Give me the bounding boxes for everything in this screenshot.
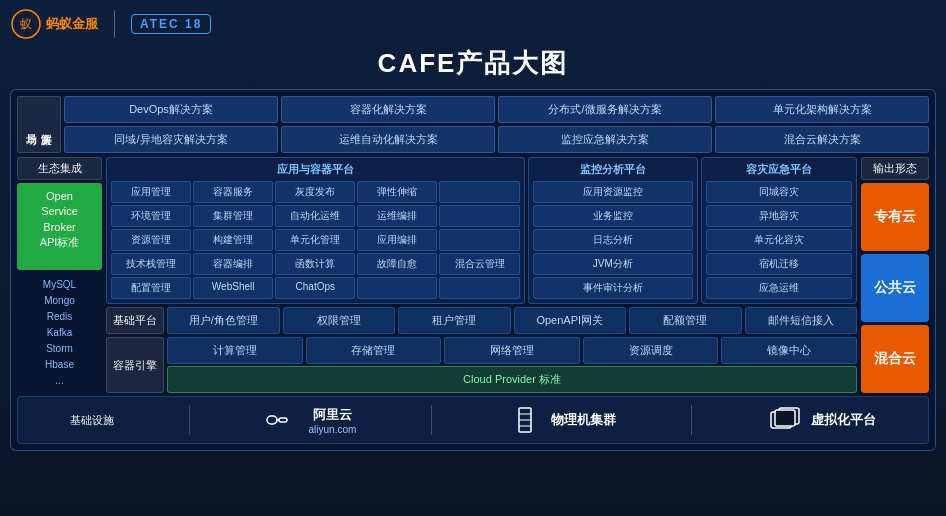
foundation-item-5: 配额管理 — [629, 307, 742, 334]
monitor-platform-title: 监控分析平台 — [533, 162, 694, 177]
infra-physical: 物理机集群 — [507, 406, 616, 434]
ant-text: 蚂蚁金服 — [46, 15, 98, 33]
container-items: 计算管理 存储管理 网络管理 资源调度 镜像中心 — [167, 337, 857, 364]
ant-logo: 蚁 蚂蚁金服 — [10, 8, 98, 40]
ecosystem-green-box: OpenServiceBrokerAPI标准 — [17, 183, 102, 270]
monitor-item-1: 应用资源监控 — [533, 181, 694, 203]
app-cell-23: ChatOps — [275, 277, 355, 299]
app-cell-5 — [439, 181, 519, 203]
sol-item-microservice: 分布式/微服务解决方案 — [498, 96, 712, 123]
container-item-4: 资源调度 — [583, 337, 719, 364]
monitor-platform: 监控分析平台 应用资源监控 业务监控 日志分析 JVM分析 事件审计分析 — [528, 157, 699, 304]
app-cell-1: 应用管理 — [111, 181, 191, 203]
sol-item-dr: 同域/异地容灾解决方案 — [64, 126, 278, 153]
eco-db-list: MySQLMongoRedisKafkaStormHbase... — [17, 273, 102, 393]
foundation-item-3: 租户管理 — [398, 307, 511, 334]
infra-aliyun-text: 阿里云 aliyun.com — [309, 406, 357, 435]
infra-virtual-name: 虚拟化平台 — [811, 411, 876, 429]
container-row: 容器引擎 计算管理 存储管理 网络管理 资源调度 镜像中心 Cloud Prov… — [106, 337, 857, 393]
container-col: 计算管理 存储管理 网络管理 资源调度 镜像中心 Cloud Provider … — [167, 337, 857, 393]
app-cell-4: 弹性伸缩 — [357, 181, 437, 203]
infra-virtual: 虚拟化平台 — [767, 406, 876, 434]
app-cell-24 — [357, 277, 437, 299]
monitor-item-4: JVM分析 — [533, 253, 694, 275]
app-cell-6: 环境管理 — [111, 205, 191, 227]
main-diagram: 解决方案与场景 DevOps解决方案 容器化解决方案 分布式/微服务解决方案 单… — [10, 89, 936, 451]
output-col: 输出形态 专有云 公共云 混合云 — [861, 157, 929, 393]
server-icon — [507, 406, 543, 434]
ecosystem-col: 生态集成 OpenServiceBrokerAPI标准 MySQLMongoRe… — [17, 157, 102, 393]
page-title: CAFE产品大图 — [10, 46, 936, 81]
solutions-row: 解决方案与场景 DevOps解决方案 容器化解决方案 分布式/微服务解决方案 单… — [17, 96, 929, 153]
output-public-cloud: 公共云 — [861, 254, 929, 322]
app-grid: 应用管理 容器服务 灰度发布 弹性伸缩 环境管理 集群管理 自动化运维 运维编排… — [111, 181, 520, 299]
output-label: 输出形态 — [861, 157, 929, 180]
container-item-2: 存储管理 — [306, 337, 442, 364]
atec-badge: ATEC 18 — [131, 14, 211, 34]
emergency-item-3: 单元化容灾 — [706, 229, 852, 251]
emergency-grid: 同城容灾 异地容灾 单元化容灾 宿机迁移 应急运维 — [706, 181, 852, 299]
app-cell-11: 资源管理 — [111, 229, 191, 251]
app-cell-14: 应用编排 — [357, 229, 437, 251]
center-platforms: 应用与容器平台 应用管理 容器服务 灰度发布 弹性伸缩 环境管理 集群管理 自动… — [106, 157, 857, 393]
infra-physical-name: 物理机集群 — [551, 411, 616, 429]
infra-divider-1 — [189, 405, 190, 435]
open-service-text: OpenServiceBrokerAPI标准 — [20, 189, 99, 251]
app-cell-21: 配置管理 — [111, 277, 191, 299]
output-private-cloud: 专有云 — [861, 183, 929, 251]
foundation-item-6: 邮件短信接入 — [745, 307, 858, 334]
solutions-grid: DevOps解决方案 容器化解决方案 分布式/微服务解决方案 单元化架构解决方案… — [64, 96, 929, 153]
infra-aliyun-name: 阿里云 — [313, 406, 352, 424]
emergency-item-4: 宿机迁移 — [706, 253, 852, 275]
app-cell-10 — [439, 205, 519, 227]
app-cell-19: 故障自愈 — [357, 253, 437, 275]
three-platform-row: 应用与容器平台 应用管理 容器服务 灰度发布 弹性伸缩 环境管理 集群管理 自动… — [106, 157, 857, 304]
ant-logo-icon: 蚁 — [10, 8, 42, 40]
infra-aliyun: 阿里云 aliyun.com — [265, 406, 357, 435]
cloud-provider-bar: Cloud Provider 标准 — [167, 366, 857, 393]
infra-virtual-text: 虚拟化平台 — [811, 411, 876, 429]
emergency-platform: 容灾应急平台 同城容灾 异地容灾 单元化容灾 宿机迁移 应急运维 — [701, 157, 857, 304]
foundation-item-1: 用户/角色管理 — [167, 307, 280, 334]
page-wrapper: 蚁 蚂蚁金服 ATEC 18 CAFE产品大图 解决方案与场景 DevOps解决… — [0, 0, 946, 516]
container-item-3: 网络管理 — [444, 337, 580, 364]
svg-text:蚁: 蚁 — [20, 17, 32, 31]
app-cell-15 — [439, 229, 519, 251]
infra-aliyun-sub: aliyun.com — [309, 424, 357, 435]
monitor-grid: 应用资源监控 业务监控 日志分析 JVM分析 事件审计分析 — [533, 181, 694, 299]
app-cell-16: 技术栈管理 — [111, 253, 191, 275]
svg-rect-2 — [267, 416, 277, 424]
foundation-item-4: OpenAPI网关 — [514, 307, 627, 334]
foundation-item-2: 权限管理 — [283, 307, 396, 334]
emergency-item-2: 异地容灾 — [706, 205, 852, 227]
sol-item-devops: DevOps解决方案 — [64, 96, 278, 123]
infra-divider-2 — [431, 405, 432, 435]
app-cell-13: 单元化管理 — [275, 229, 355, 251]
sol-item-ops: 运维自动化解决方案 — [281, 126, 495, 153]
infra-label: 基础设施 — [70, 413, 114, 428]
monitor-item-5: 事件审计分析 — [533, 277, 694, 299]
container-item-1: 计算管理 — [167, 337, 303, 364]
emergency-item-1: 同城容灾 — [706, 181, 852, 203]
output-hybrid-cloud: 混合云 — [861, 325, 929, 393]
app-cell-8: 自动化运维 — [275, 205, 355, 227]
sol-item-hybrid: 混合云解决方案 — [715, 126, 929, 153]
logo-divider — [114, 10, 115, 38]
aliyun-icon — [265, 408, 301, 432]
sol-item-unit: 单元化架构解决方案 — [715, 96, 929, 123]
app-platform: 应用与容器平台 应用管理 容器服务 灰度发布 弹性伸缩 环境管理 集群管理 自动… — [106, 157, 525, 304]
logo-area: 蚁 蚂蚁金服 ATEC 18 — [10, 8, 211, 40]
vm-icon — [767, 406, 803, 434]
infra-physical-text: 物理机集群 — [551, 411, 616, 429]
app-cell-22: WebShell — [193, 277, 273, 299]
app-cell-2: 容器服务 — [193, 181, 273, 203]
container-label: 容器引擎 — [106, 337, 164, 393]
app-cell-20: 混合云管理 — [439, 253, 519, 275]
app-cell-18: 函数计算 — [275, 253, 355, 275]
foundation-items: 用户/角色管理 权限管理 租户管理 OpenAPI网关 配额管理 邮件短信接入 — [167, 307, 857, 334]
ecosystem-label: 生态集成 — [17, 157, 102, 180]
svg-rect-11 — [775, 410, 795, 426]
app-cell-3: 灰度发布 — [275, 181, 355, 203]
emergency-item-5: 应急运维 — [706, 277, 852, 299]
infra-divider-3 — [691, 405, 692, 435]
